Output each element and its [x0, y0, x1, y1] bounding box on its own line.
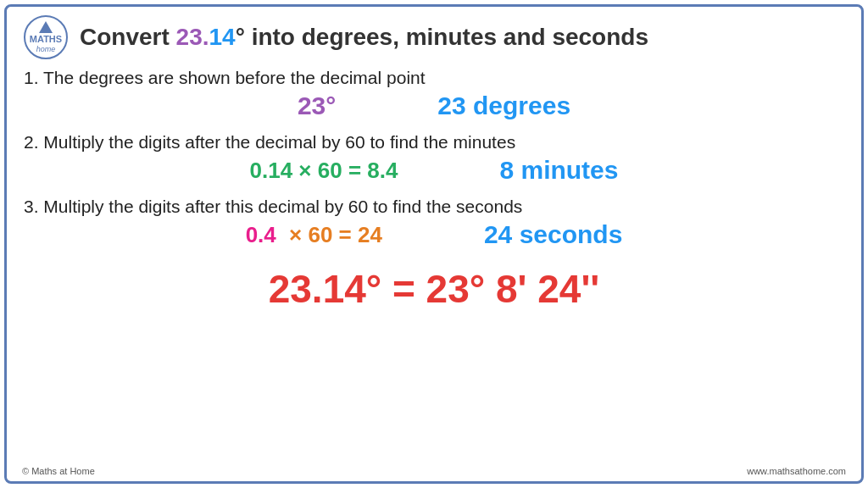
footer-right: www.mathsathome.com [747, 466, 846, 476]
final-text: 23.14° = 23° 8' 24'' [24, 266, 844, 312]
step3-calc-part1: 0.4 [246, 222, 276, 247]
page-title: Convert 23.14° into degrees, minutes and… [80, 24, 648, 51]
logo-maths-text: MATHS [30, 34, 62, 44]
title-number-integer: 23. [176, 24, 209, 50]
step2-label: 2. Multiply the digits after the decimal… [24, 132, 844, 152]
footer: © Maths at Home www.mathsathome.com [22, 466, 846, 476]
logo-home-text: home [36, 45, 56, 53]
title-prefix: Convert [80, 24, 176, 50]
step2-result: 8 minutes [499, 156, 618, 185]
step3-label: 3. Multiply the digits after this decima… [24, 197, 844, 217]
main-container: MATHS home Convert 23.14° into degrees, … [4, 4, 864, 484]
step2-calc: 0.14 × 60 = 8.4 [250, 158, 398, 184]
logo-triangle-icon [39, 21, 53, 33]
title-number-decimal: 14 [209, 24, 236, 50]
step1-label: 1. The degrees are shown before the deci… [24, 68, 844, 88]
step2-section: 2. Multiply the digits after the decimal… [24, 132, 844, 191]
step3-calc-part2: × 60 = 24 [289, 222, 382, 247]
step3-result: 24 seconds [484, 220, 622, 249]
footer-left: © Maths at Home [22, 466, 95, 476]
final-answer: 23.14° = 23° 8' 24'' [24, 266, 844, 312]
header: MATHS home Convert 23.14° into degrees, … [24, 15, 844, 59]
step1-section: 1. The degrees are shown before the deci… [24, 68, 844, 127]
logo: MATHS home [24, 15, 68, 59]
step3-row: 0.4 × 60 = 24 24 seconds [24, 220, 844, 249]
title-suffix: ° into degrees, minutes and seconds [236, 24, 648, 50]
step2-row: 0.14 × 60 = 8.4 8 minutes [24, 156, 844, 185]
step1-value: 23° [298, 92, 336, 120]
step3-calc: 0.4 × 60 = 24 [246, 222, 382, 248]
step3-section: 3. Multiply the digits after this decima… [24, 197, 844, 256]
step1-result: 23 degrees [437, 92, 570, 120]
step1-row: 23° 23 degrees [24, 92, 844, 120]
